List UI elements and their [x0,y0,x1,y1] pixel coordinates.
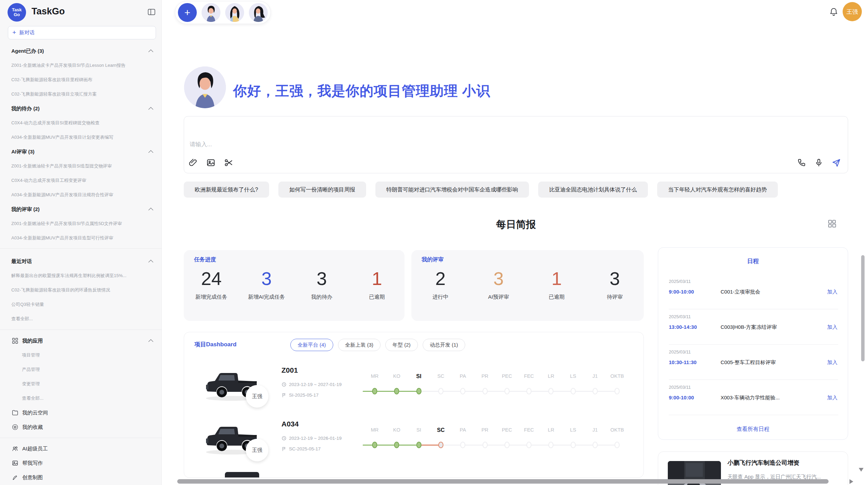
sidebar-item[interactable]: A034-全新新能源MUV产品开发项目计划变更表编写 [0,130,162,145]
milestone-label: FEC [524,427,534,433]
sidebar-app-item[interactable]: 项目管理 [0,348,162,362]
recent-chat-item[interactable]: C02-飞腾新能源轻客改款项目的闭环通告反馈情况 [0,283,162,297]
suggestion-chip[interactable]: 比亚迪全固态电池计划具体说了什么 [538,182,648,198]
notification-bell-icon[interactable] [829,7,839,16]
sidebar-item[interactable]: C0X4-动力总成开发项目SI里程碑提交物检查 [0,116,162,130]
sidebar-tool-item[interactable]: AI超级员工 [0,442,162,456]
taskgo-logo: Task Go [8,3,26,22]
milestone-label: PEC [502,427,512,433]
app-title: TaskGo [32,6,65,17]
divider [669,309,838,309]
view-all-schedule-link[interactable]: 查看所有日程 [658,426,848,433]
agent-avatar-2[interactable] [225,3,244,22]
sidebar-apps-header[interactable]: 我的应用 [0,334,162,348]
project-flag: SC-2025-05-17 [281,446,321,451]
suggestion-chip[interactable]: 当下年轻人对汽车外观有怎样的喜好趋势 [657,182,778,198]
join-link[interactable]: 加入 [827,289,837,295]
phone-icon[interactable] [797,158,807,167]
dashboard-tab[interactable]: 动总开发 (1) [423,339,466,351]
star-icon [12,424,19,431]
section-title: 我的应用 [22,338,43,344]
add-agent-button[interactable]: + [178,3,197,22]
dashboard-tab[interactable]: 全新上装 (3) [338,339,381,351]
send-icon[interactable] [831,158,841,167]
suggestion-chip[interactable]: 如何写一份清晰的项目周报 [278,182,366,198]
dashboard-grid-icon[interactable] [827,219,837,229]
project-owner-badge: 王强 [246,439,268,461]
recent-chat-item[interactable]: 公司Q3轻卡销量 [0,297,162,312]
schedule-card: 日程 2025/03/119:00-10:00C001-立项审批会加入2025/… [658,247,848,440]
chevron-up-icon [148,260,153,264]
paperclip-icon[interactable] [188,158,198,167]
sidebar-item[interactable]: A034-全新新能源MUV产品开发项目造型可行性评审 [0,231,162,245]
sidebar-item[interactable]: Z001-全新燃油轻卡产品开发项目SI造型提交物评审 [0,159,162,173]
milestone-dot [593,442,598,448]
view-all-link[interactable]: 查看全部... [0,391,162,406]
users-icon [12,445,19,452]
mic-icon[interactable] [814,158,824,167]
sidebar-item[interactable]: A034-全新新能源MUV产品开发项目法规符合性评审 [0,188,162,202]
scroll-down-arrow-icon[interactable] [859,468,864,472]
project-name: A034 [281,420,299,428]
sidebar-item[interactable]: Z001-全新燃油轻卡产品开发项目SI节点属性5D文件评审 [0,216,162,231]
dashboard-tabs: 全新平台 (4)全新上装 (3)年型 (2)动总开发 (1) [290,339,465,351]
agent-avatar-1[interactable] [202,3,220,22]
join-link[interactable]: 加入 [827,324,837,331]
milestone-label: SC [437,427,445,433]
milestone-dot [394,442,399,448]
milestone-dot [460,388,466,395]
dashboard-tab[interactable]: 全新平台 (4) [290,339,333,351]
sidebar-section-header[interactable]: AI评审 (3) [0,145,162,159]
sidebar-section-header[interactable]: Agent已办 (3) [0,44,162,58]
sidebar-app-item[interactable]: 产品管理 [0,362,162,377]
scroll-right-arrow-icon[interactable] [849,479,853,484]
sidebar-item[interactable]: C02-飞腾新能源轻客改款项目立项汇报方案 [0,87,162,101]
sidebar-item[interactable]: Z001-全新燃油皮卡产品开发项目SI节点Lesson Learn报告 [0,58,162,73]
project-row-partial [225,472,259,477]
dashboard-tab[interactable]: 年型 (2) [385,339,418,351]
milestone-dot [504,388,509,395]
milestone-dot [416,442,421,448]
sidebar-item-star[interactable]: 我的收藏 [0,420,162,434]
sidebar-section-header[interactable]: 我的评审 (2) [0,202,162,216]
sidebar-recent-header[interactable]: 最近对话 [0,254,162,269]
view-all-link[interactable]: 查看全部... [0,312,162,326]
divider [669,415,838,415]
agent-avatar-3[interactable] [249,3,268,22]
image-icon[interactable] [206,158,216,167]
sidebar-collapse-icon[interactable] [147,8,156,16]
project-row-z001[interactable]: 王强 Z001 2023-12-19 ~ 2027-01-19 SI-2025-… [184,363,643,414]
chat-input[interactable]: 请输入... [184,116,848,173]
horizontal-scrollbar[interactable] [177,479,829,484]
milestone-dot [394,388,399,395]
milestone-dot [615,388,620,395]
sidebar-item[interactable]: C02-飞腾新能源轻客改款项目里程碑画布 [0,73,162,87]
recent-chat-item[interactable]: 解释最新出台的欧盟报废车法规再生塑料比例被调至15%... [0,269,162,283]
milestone-label: KO [393,427,400,433]
milestone-label: SC [437,373,444,379]
sidebar-tool-item[interactable]: 创意制图 [0,470,162,485]
taskgo-app: Task Go TaskGo + 新对话 Agent已办 (3)Z001-全新燃… [0,0,868,485]
project-row-a034[interactable]: 王强 A034 2023-12-19 ~ 2026-01-19 SC-2025-… [184,416,643,468]
suggestion-chip[interactable]: 欧洲新规最近颁布了什么? [184,182,269,198]
suggestion-chip[interactable]: 特朗普可能对进口汽车增税会对中国车企造成哪些影响 [375,182,529,198]
divider [669,344,838,345]
join-link[interactable]: 加入 [827,395,837,401]
vertical-scrollbar[interactable] [861,255,865,361]
milestone-label: OKTB [611,427,624,433]
sidebar-item[interactable]: C0X4-动力总成开发项目工程变更评审 [0,173,162,188]
milestone-dot [438,442,443,448]
plus-icon: + [12,29,16,36]
join-link[interactable]: 加入 [827,359,837,366]
user-avatar[interactable]: 王强 [843,2,862,21]
apps-grid-icon [12,337,19,344]
stat-column: 3我的待办 [294,269,349,301]
sidebar-item-folder[interactable]: 我的云空间 [0,406,162,420]
sidebar-tool-item[interactable]: 帮我写作 [0,456,162,470]
scissors-icon[interactable] [224,158,233,167]
milestone-dot [527,388,532,395]
sidebar-app-item[interactable]: 变更管理 [0,377,162,391]
milestone-dot [548,442,554,448]
sidebar-section-header[interactable]: 我的待办 (2) [0,101,162,116]
new-chat-button[interactable]: + 新对话 [8,26,156,39]
